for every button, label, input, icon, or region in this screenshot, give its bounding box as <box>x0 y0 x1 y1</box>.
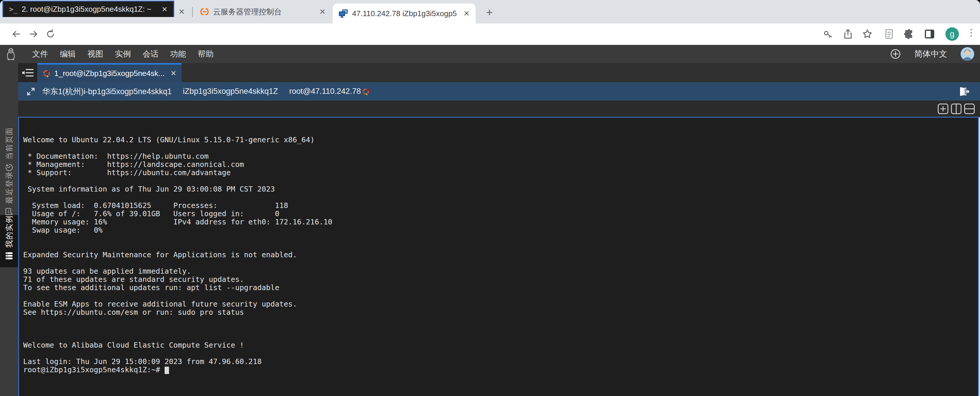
tab-title: 云服务器管理控制台 <box>213 7 315 17</box>
language-selector[interactable]: 简体中文 <box>914 48 947 60</box>
session-tab-title: 1_root@iZbp1g3i5xogp5ne4sk... <box>54 69 167 78</box>
tab-close-icon[interactable]: ✕ <box>463 9 470 18</box>
reload-icon[interactable] <box>45 28 56 40</box>
password-key-icon[interactable] <box>822 27 834 40</box>
terminal-tab-row <box>18 100 980 117</box>
workbench-sidebar: 当前页面 最近登录 我的实例 <box>0 63 18 396</box>
bookmark-star-icon[interactable] <box>861 27 874 40</box>
terminal-cursor <box>165 367 169 374</box>
split-horizontal-icon[interactable] <box>964 103 975 114</box>
new-pane-icon[interactable] <box>938 103 948 114</box>
menubar-right: 简体中文 <box>890 45 974 63</box>
sidebar-item-my-instances[interactable]: 我的实例 <box>0 215 18 267</box>
terminal-prompt-icon: >_ <box>9 5 18 13</box>
terminal-tab-active[interactable]: >_ 2. root@iZbp1g3i5xogp5ne4skkq1Z: ~ ✕ <box>2 1 174 17</box>
browser-tab-workbench-active[interactable]: 47.110.242.78 iZbp1g3i5xogp5 ✕ <box>333 3 476 24</box>
login-address: root@47.110.242.78 <box>289 87 361 96</box>
tab-title: 47.110.242.78 iZbp1g3i5xogp5 <box>352 9 459 18</box>
terminal-pane[interactable]: Welcome to Ubuntu 22.04.2 LTS (GNU/Linux… <box>18 117 979 396</box>
browser-tab-ecs-console[interactable]: 云服务器管理控制台 ✕ <box>194 0 332 24</box>
sidebar-item-label: 我的实例 <box>4 215 14 248</box>
pane-buttons <box>938 103 975 114</box>
tab-separator <box>192 7 193 17</box>
expand-icon[interactable] <box>26 87 35 96</box>
menu-item-view[interactable]: 视图 <box>88 49 103 59</box>
browser-toolbar: ecs-workbench.aliyun.com/?from=EcsConsol… <box>0 24 980 45</box>
aliyun-icon <box>200 7 209 16</box>
sidebar-item-current-page[interactable]: 当前页面 <box>0 127 18 168</box>
terminal-tab-title: 2. root@iZbp1g3i5xogp5ne4skkq1Z: ~ <box>22 5 158 14</box>
terminal-motd: Welcome to Ubuntu 22.04.2 LTS (GNU/Linux… <box>23 136 332 366</box>
browser-profile-avatar[interactable]: g <box>945 27 959 41</box>
split-vertical-icon[interactable] <box>951 103 961 114</box>
back-icon[interactable] <box>11 28 22 40</box>
session-tab-row: 1_root@iZbp1g3i5xogp5ne4sk... ✕ <box>18 63 980 82</box>
menu-item-file[interactable]: 文件 <box>32 49 48 59</box>
menu-items: 文件 编辑 视图 实例 会话 功能 帮助 <box>32 49 213 59</box>
tab-close-icon[interactable]: ✕ <box>178 7 185 16</box>
recent-login-icon <box>5 207 13 216</box>
instance-hostname: iZbp1g3i5xogp5ne4skkq1Z <box>183 87 278 96</box>
side-panel-icon[interactable] <box>923 27 936 40</box>
extension-doc-icon[interactable] <box>883 27 896 40</box>
forward-icon[interactable] <box>27 28 39 40</box>
new-tab-button[interactable]: + <box>484 6 495 18</box>
terminal-output: Welcome to Ubuntu 22.04.2 LTS (GNU/Linux… <box>23 119 332 390</box>
linux-tux-icon <box>6 48 16 60</box>
terminal-prompt-line[interactable]: root@iZbp1g3i5xogp5ne4skkq1Z:~# <box>23 366 332 374</box>
menu-item-function[interactable]: 功能 <box>170 49 186 59</box>
collapse-sidebar-icon[interactable] <box>18 63 37 82</box>
extensions-puzzle-icon[interactable] <box>902 27 915 40</box>
tab-close-icon[interactable]: ✕ <box>319 7 326 16</box>
browser-window: 阿里云免费试用 - 阿里云 ✕ 云服务器管理控制台 ✕ 47.110.242.7… <box>0 0 980 396</box>
session-tab-close-icon[interactable]: ✕ <box>170 69 177 78</box>
current-page-icon <box>5 164 13 172</box>
menu-item-session[interactable]: 会话 <box>143 49 158 59</box>
my-instances-icon <box>5 251 13 260</box>
sidebar-item-label: 当前页面 <box>4 127 14 160</box>
sidebar-item-label: 最近登录 <box>4 171 14 204</box>
share-icon[interactable] <box>842 27 854 40</box>
shell-prompt: root@iZbp1g3i5xogp5ne4skkq1Z:~# <box>23 366 165 374</box>
session-tab-active[interactable]: 1_root@iZbp1g3i5xogp5ne4sk... ✕ <box>37 63 181 82</box>
add-instance-icon[interactable] <box>890 49 901 59</box>
ubuntu-logo-icon <box>43 69 51 78</box>
sidebar-item-recent-login[interactable]: 最近登录 <box>0 171 18 213</box>
disconnect-exit-icon[interactable] <box>959 86 969 97</box>
user-avatar[interactable] <box>961 47 974 61</box>
monitors-icon <box>339 9 348 18</box>
browser-menu-icon[interactable]: ⋮ <box>967 27 975 38</box>
region-instance-id: 华东1(杭州)i-bp1g3i5xogp5ne4skkq1 <box>42 86 172 97</box>
ubuntu-logo-icon <box>362 88 370 95</box>
menu-item-instance[interactable]: 实例 <box>115 49 131 59</box>
workbench-menubar: 文件 编辑 视图 实例 会话 功能 帮助 简体中文 <box>0 45 980 63</box>
terminal-tab-close-icon[interactable]: ✕ <box>162 5 167 13</box>
menu-item-help[interactable]: 帮助 <box>198 49 213 59</box>
menu-item-edit[interactable]: 编辑 <box>60 49 76 59</box>
instance-info-bar: 华东1(杭州)i-bp1g3i5xogp5ne4skkq1 iZbp1g3i5x… <box>18 82 980 100</box>
